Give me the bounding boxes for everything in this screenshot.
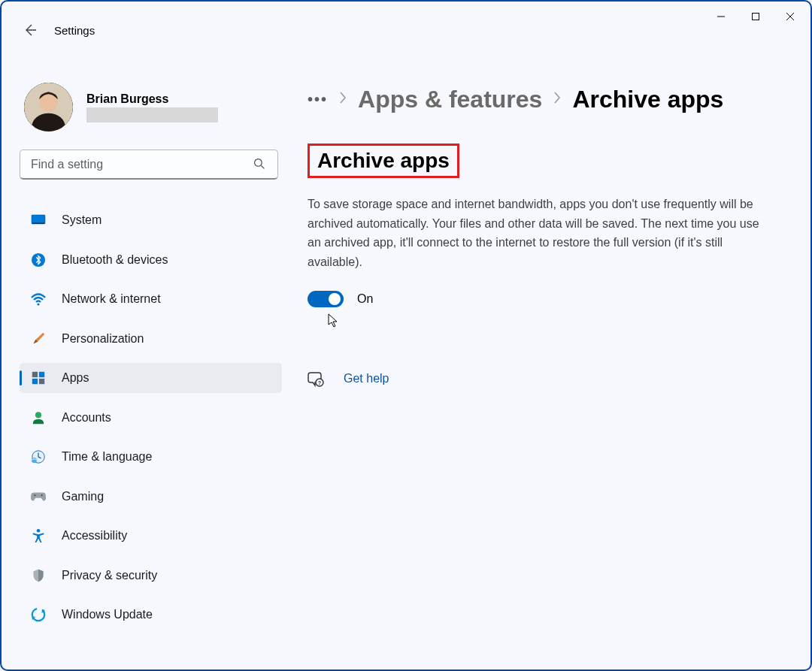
avatar (24, 83, 73, 131)
svg-point-7 (255, 159, 262, 166)
chevron-right-icon (553, 91, 562, 108)
svg-rect-9 (32, 215, 45, 224)
system-icon (30, 212, 47, 228)
svg-point-20 (32, 458, 37, 463)
profile-name: Brian Burgess (86, 92, 218, 106)
back-button[interactable] (20, 20, 41, 41)
svg-point-21 (41, 494, 42, 496)
nav-label: Privacy & security (62, 569, 157, 582)
svg-point-24 (32, 609, 44, 621)
app-title: Settings (54, 24, 95, 37)
svg-rect-11 (32, 223, 44, 225)
breadcrumb: ••• Apps & features Archive apps (308, 86, 794, 113)
close-button[interactable] (773, 5, 807, 29)
svg-point-22 (34, 494, 35, 496)
search-box[interactable] (20, 150, 278, 180)
nav-label: Windows Update (62, 608, 153, 621)
profile-email-redacted (86, 107, 218, 122)
svg-rect-15 (39, 372, 44, 377)
nav-item-personalization[interactable]: Personalization (20, 324, 282, 354)
svg-text:?: ? (318, 380, 321, 385)
svg-point-23 (37, 529, 41, 533)
breadcrumb-more-icon[interactable]: ••• (308, 91, 328, 108)
minimize-button[interactable] (704, 5, 738, 29)
archive-toggle[interactable] (308, 291, 344, 307)
chevron-right-icon (338, 91, 347, 108)
breadcrumb-current: Archive apps (572, 86, 723, 113)
archive-toggle-row: On (308, 291, 794, 307)
nav-item-privacy[interactable]: Privacy & security (20, 561, 282, 591)
app-header: Settings (20, 20, 95, 41)
help-icon: ? (308, 370, 324, 387)
nav-label: Time & language (62, 450, 152, 464)
breadcrumb-parent[interactable]: Apps & features (358, 86, 542, 113)
content-area: ••• Apps & features Archive apps Archive… (291, 83, 810, 669)
search-icon (253, 158, 267, 171)
nav-label: Personalization (62, 332, 144, 346)
nav-item-bluetooth[interactable]: Bluetooth & devices (20, 245, 282, 275)
nav-item-system[interactable]: System (20, 205, 282, 235)
brush-icon (30, 331, 47, 347)
nav-label: Bluetooth & devices (62, 253, 168, 267)
nav-list: System Bluetooth & devices Network & int… (20, 205, 282, 630)
svg-point-18 (35, 412, 41, 418)
shield-icon (30, 567, 47, 584)
svg-rect-1 (753, 14, 759, 20)
nav-item-apps[interactable]: Apps (20, 363, 282, 393)
sidebar: Brian Burgess System Bluetooth & devi (2, 83, 291, 669)
setting-description: To save storage space and internet bandw… (308, 195, 766, 271)
help-row: ? Get help (308, 370, 794, 387)
svg-rect-17 (39, 379, 44, 384)
nav-label: Network & internet (62, 292, 161, 306)
wifi-icon (30, 291, 47, 307)
nav-label: System (62, 213, 102, 227)
toggle-thumb (329, 293, 341, 305)
accessibility-icon (30, 527, 47, 544)
svg-rect-14 (32, 372, 38, 377)
nav-item-network[interactable]: Network & internet (20, 284, 282, 314)
page-heading: Archive apps (308, 144, 459, 178)
svg-rect-16 (32, 379, 38, 384)
maximize-button[interactable] (738, 5, 773, 29)
bluetooth-icon (30, 252, 47, 268)
nav-item-accessibility[interactable]: Accessibility (20, 521, 282, 551)
nav-item-gaming[interactable]: Gaming (20, 482, 282, 512)
search-input[interactable] (31, 158, 253, 171)
nav-label: Accessibility (62, 529, 127, 543)
nav-item-update[interactable]: Windows Update (20, 600, 282, 630)
apps-icon (30, 370, 47, 386)
gamepad-icon (30, 488, 47, 505)
cursor-icon (327, 313, 339, 331)
svg-point-13 (37, 303, 39, 305)
nav-label: Gaming (62, 490, 104, 503)
nav-label: Accounts (62, 411, 111, 425)
nav-item-accounts[interactable]: Accounts (20, 403, 282, 433)
toggle-state-label: On (357, 292, 373, 306)
update-icon (30, 606, 47, 623)
nav-item-time[interactable]: Time & language (20, 442, 282, 472)
profile-block[interactable]: Brian Burgess (20, 83, 282, 131)
nav-label: Apps (62, 371, 89, 385)
svg-line-8 (261, 165, 264, 168)
titlebar (2, 2, 810, 32)
get-help-link[interactable]: Get help (344, 372, 389, 385)
clock-icon (30, 449, 47, 465)
person-icon (30, 410, 47, 426)
